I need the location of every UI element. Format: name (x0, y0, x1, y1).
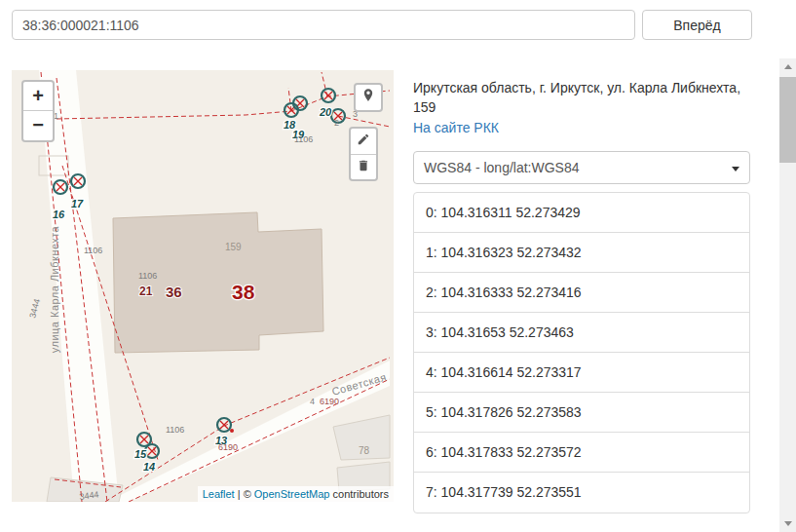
map-pin-icon (360, 88, 376, 107)
parcel-code-1106-d: 1106 (166, 425, 184, 435)
rkk-site-link[interactable]: На сайте РКК (413, 120, 499, 135)
parcel-code-6190-b: 6190 (218, 442, 238, 452)
crs-select[interactable]: WGS84 - long/lat:WGS84 (413, 151, 750, 184)
parcel-label-36: 36 (166, 284, 182, 300)
house-label-78: 78 (359, 445, 370, 456)
openstreetmap-link[interactable]: OpenStreetMap (254, 488, 330, 500)
topbar: Вперёд (12, 10, 752, 40)
vertex-label-20: 20 (319, 106, 332, 118)
coordinate-item-4[interactable]: 4: 104.316614 52.273317 (414, 353, 749, 393)
leaflet-link[interactable]: Leaflet (203, 488, 235, 500)
parcel-code-1106-c: 1106 (294, 134, 313, 144)
vertex-label-16: 16 (53, 209, 65, 220)
crs-selected-value: WGS84 - long/lat:WGS84 (424, 160, 580, 175)
arrow-down-icon (784, 521, 792, 526)
cadastral-number-input[interactable] (12, 10, 635, 40)
vertex-label-17: 17 (71, 198, 84, 209)
parcel-label-38: 38 (232, 281, 255, 303)
coordinate-item-7[interactable]: 7: 104.317739 52.273551 (414, 473, 749, 513)
coordinate-item-0[interactable]: 0: 104.316311 52.273429 (414, 193, 749, 233)
house-label-159: 159 (225, 242, 242, 252)
arrow-up-icon (784, 64, 792, 69)
parcel-code-1106-b: 1106 (138, 271, 157, 281)
scroll-up-button[interactable] (779, 58, 796, 75)
coordinate-item-3[interactable]: 3: 104.31653 52.273463 (414, 313, 749, 353)
map-attribution: Leaflet | © OpenStreetMap contributors (198, 486, 394, 502)
coordinate-item-6[interactable]: 6: 104.317833 52.273572 (414, 433, 749, 473)
attribution-suffix: contributors (329, 488, 389, 500)
parcel-address: Иркутская область, г. Иркутск, ул. Карла… (413, 78, 750, 117)
house-label-4: 4 (310, 397, 315, 406)
page-scrollbar[interactable] (779, 58, 796, 532)
parcel-label-21: 21 (139, 285, 153, 298)
pencil-icon (357, 133, 370, 150)
house-label-2: 2 (334, 118, 339, 128)
vertex-label-15: 15 (134, 448, 147, 460)
scroll-down-button[interactable] (779, 515, 796, 532)
trash-icon (357, 159, 370, 176)
zoom-control: + − (21, 80, 55, 142)
building-159 (113, 212, 323, 353)
chevron-down-icon (732, 167, 739, 171)
details-panel: Иркутская область, г. Иркутск, ул. Карла… (413, 78, 750, 513)
zoom-in-button[interactable]: + (23, 82, 53, 111)
forward-button[interactable]: Вперёд (642, 10, 752, 40)
zoom-out-button[interactable]: − (23, 111, 53, 140)
attribution-separator: | © (235, 488, 254, 500)
coordinate-item-5[interactable]: 5: 104.317826 52.273583 (414, 393, 749, 433)
coordinates-list: 0: 104.316311 52.273429 1: 104.316323 52… (413, 192, 750, 513)
edit-layers-button[interactable] (351, 129, 376, 154)
map-canvas[interactable]: 18 19 20 16 17 13 15 14 21 36 38 159 110… (12, 70, 394, 502)
scrollbar-thumb[interactable] (779, 77, 796, 163)
coordinate-item-2[interactable]: 2: 104.316333 52.273416 (414, 273, 749, 313)
parcel-code-1106-a: 1106 (84, 246, 102, 255)
add-marker-button[interactable] (354, 83, 383, 112)
street-label-karla-libknehta: улица Карла Либкнехта (49, 225, 60, 353)
coordinate-item-1[interactable]: 1: 104.316323 52.273432 (414, 233, 749, 273)
parcel-code-6190-a: 6190 (320, 397, 339, 406)
edit-tools (349, 127, 378, 181)
vertex-label-14: 14 (143, 461, 155, 473)
delete-layers-button[interactable] (351, 154, 376, 179)
map-drawing: 18 19 20 16 17 13 15 14 21 36 38 159 110… (12, 70, 394, 502)
